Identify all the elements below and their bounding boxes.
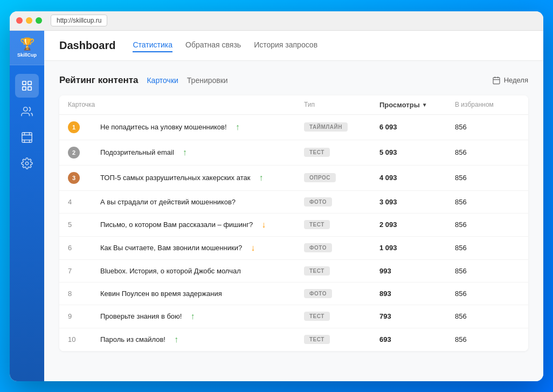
sidebar-nav xyxy=(10,65,44,184)
topbar-nav: Статистика Обратная связь История запрос… xyxy=(133,38,317,52)
row-rank-2: 2 xyxy=(68,147,100,159)
settings-icon xyxy=(21,157,33,169)
row-views-8: 893 xyxy=(379,290,455,298)
row-type-7: ТЕСТ xyxy=(304,266,379,276)
minimize-button[interactable] xyxy=(26,17,32,24)
table-row: 8 Кевин Поулсен во время задержания ФОТО… xyxy=(59,283,528,305)
trend-up-icon: ↑ xyxy=(174,335,178,345)
row-views-7: 993 xyxy=(379,267,455,275)
row-title-area-4: А вы страдали от действий мошенников? xyxy=(100,198,304,206)
sidebar-item-settings[interactable] xyxy=(15,152,39,175)
row-title-area-7: Bluebox. История, о которой Джобс молчал xyxy=(100,267,304,275)
header-type: Тип xyxy=(304,101,379,109)
type-badge-5: ТЕСТ xyxy=(304,220,330,229)
table-row: 10 Пароль из смайлов! ↑ ТЕСТ 693 856 xyxy=(59,328,528,351)
row-type-1: ТАЙМЛАЙН xyxy=(304,122,379,132)
type-badge-4: ФОТО xyxy=(304,197,332,207)
browser-titlebar: http://skillcup.ru xyxy=(10,11,543,31)
table-header: Карточка Тип Просмотры ▼ В избранном xyxy=(59,95,528,115)
row-rank-6: 6 xyxy=(68,244,100,252)
svg-rect-3 xyxy=(28,86,31,90)
row-views-3: 4 093 xyxy=(379,174,455,182)
sidebar-item-dashboard[interactable] xyxy=(15,74,39,98)
sidebar-item-users[interactable] xyxy=(15,100,39,123)
page-title: Dashboard xyxy=(59,39,115,52)
table-row: 6 Как Вы считаете, Вам звонили мошенники… xyxy=(59,237,528,260)
header-favorites: В избранном xyxy=(455,101,520,109)
row-favorites-5: 856 xyxy=(455,221,520,229)
sidebar-item-content[interactable] xyxy=(15,126,39,149)
svg-rect-13 xyxy=(493,77,500,84)
row-rank-3: 3 xyxy=(68,172,100,184)
main-content: Dashboard Статистика Обратная связь Исто… xyxy=(44,31,543,381)
section-title-area: Рейтинг контента Карточки Тренировки xyxy=(59,74,228,87)
row-favorites-3: 856 xyxy=(455,174,520,182)
svg-rect-5 xyxy=(22,132,32,142)
grid-icon xyxy=(21,80,33,92)
traffic-lights xyxy=(16,17,42,24)
row-title-2: Подозрительный email xyxy=(100,148,174,156)
table-row: 3 ТОП-5 самых разрушительных хакерских а… xyxy=(59,166,528,191)
app-layout: 🏆 SkillCup xyxy=(10,31,543,381)
nav-item-history[interactable]: История запросов xyxy=(254,38,317,52)
type-badge-6: ФОТО xyxy=(304,243,332,252)
row-views-1: 6 093 xyxy=(379,123,455,131)
url-bar[interactable]: http://skillcup.ru xyxy=(51,15,107,26)
svg-point-12 xyxy=(25,162,29,165)
row-type-2: ТЕСТ xyxy=(304,148,379,157)
maximize-button[interactable] xyxy=(36,17,42,24)
row-favorites-1: 856 xyxy=(455,123,520,131)
header-views[interactable]: Просмотры ▼ xyxy=(379,101,455,109)
type-badge-1: ТАЙМЛАЙН xyxy=(304,122,348,132)
period-label: Неделя xyxy=(504,76,528,84)
sort-icon: ▼ xyxy=(422,102,427,108)
row-rank-9: 9 xyxy=(68,312,100,320)
trend-up-icon: ↑ xyxy=(190,312,195,321)
browser-window: http://skillcup.ru 🏆 SkillCup xyxy=(10,11,543,381)
row-rank-5: 5 xyxy=(68,221,100,229)
rank-badge-silver: 2 xyxy=(68,147,80,159)
rank-badge-bronze: 3 xyxy=(68,172,80,184)
type-badge-3: ОПРОС xyxy=(304,173,336,182)
calendar-icon xyxy=(492,76,501,85)
row-title-area-5: Письмо, о котором Вам рассказали – фишин… xyxy=(100,220,304,230)
rank-badge-gold: 1 xyxy=(68,121,80,133)
sidebar-logo: 🏆 SkillCup xyxy=(10,31,44,65)
row-rank-8: 8 xyxy=(68,290,100,298)
close-button[interactable] xyxy=(16,17,23,24)
row-title-10: Пароль из смайлов! xyxy=(100,335,165,343)
row-views-9: 793 xyxy=(379,312,455,320)
trend-down-icon: ↓ xyxy=(261,220,266,230)
topbar: Dashboard Статистика Обратная связь Исто… xyxy=(44,31,543,61)
row-type-5: ТЕСТ xyxy=(304,220,379,229)
period-selector[interactable]: Неделя xyxy=(492,76,528,85)
row-type-3: ОПРОС xyxy=(304,173,379,182)
row-title-area-10: Пароль из смайлов! ↑ xyxy=(100,335,304,345)
row-views-2: 5 093 xyxy=(379,148,455,156)
row-favorites-2: 856 xyxy=(455,148,520,156)
trend-up-icon: ↑ xyxy=(236,122,240,132)
header-trend xyxy=(100,101,304,109)
row-favorites-4: 856 xyxy=(455,198,520,206)
row-title-area-6: Как Вы считаете, Вам звонили мошенники? … xyxy=(100,243,304,253)
svg-rect-0 xyxy=(23,81,26,84)
row-title-8: Кевин Поулсен во время задержания xyxy=(100,290,222,298)
row-title-3: ТОП-5 самых разрушительных хакерских ата… xyxy=(100,174,250,182)
tab-cards[interactable]: Карточки xyxy=(147,74,178,87)
type-badge-7: ТЕСТ xyxy=(304,266,330,276)
row-type-8: ФОТО xyxy=(304,289,379,298)
tab-trainings[interactable]: Тренировки xyxy=(187,74,228,87)
row-type-4: ФОТО xyxy=(304,197,379,207)
trend-down-icon: ↓ xyxy=(251,243,255,253)
row-type-9: ТЕСТ xyxy=(304,312,379,321)
nav-item-statistics[interactable]: Статистика xyxy=(133,38,172,52)
row-type-10: ТЕСТ xyxy=(304,335,379,344)
row-favorites-6: 856 xyxy=(455,244,520,252)
row-rank-7: 7 xyxy=(68,267,100,275)
nav-item-feedback[interactable]: Обратная связь xyxy=(185,38,241,52)
row-title-1: Не попадитесь на уловку мошенников! xyxy=(100,123,227,131)
row-favorites-10: 856 xyxy=(455,335,520,343)
svg-rect-2 xyxy=(23,86,26,90)
users-icon xyxy=(21,106,33,118)
row-views-6: 1 093 xyxy=(379,244,455,252)
